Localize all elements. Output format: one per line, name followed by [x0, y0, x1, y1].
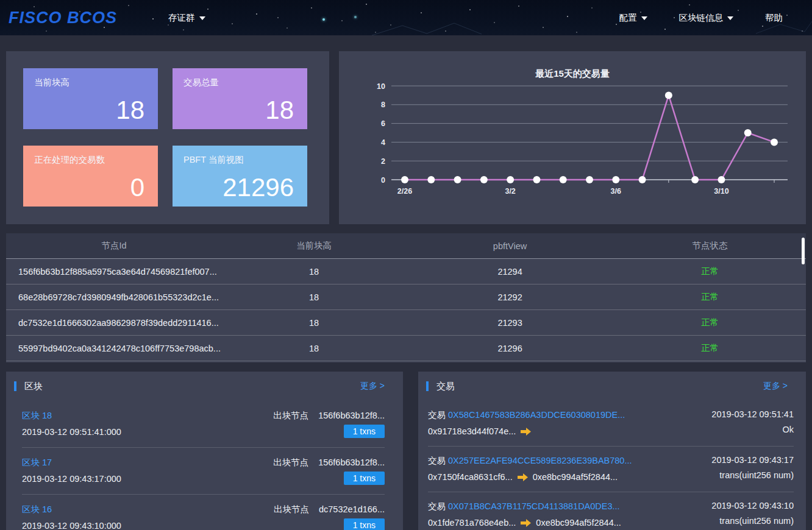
stats-panel: 当前块高 18 交易总量 18 正在处理的交易数 0 PBFT 当前视图 212… — [6, 51, 329, 224]
miner-node-id: 156f6b63b12f8... — [318, 411, 385, 420]
transaction-list-item: 交易 0X071B8CA37B1175CD4113881DA0DE3... 0x… — [428, 492, 794, 530]
transactions-more-link[interactable]: 更多 > — [763, 381, 788, 392]
txns-count-button[interactable]: 1 txns — [344, 472, 385, 485]
svg-text:2/26: 2/26 — [397, 187, 412, 196]
blocks-panel-title: 区块 — [24, 381, 43, 392]
stat-card-label: 交易总量 — [173, 68, 307, 88]
bright-star — [322, 18, 325, 21]
col-header-node-status: 节点状态 — [614, 240, 806, 252]
svg-text:3/10: 3/10 — [714, 187, 728, 196]
stat-card-value: 0 — [130, 175, 158, 207]
block-link[interactable]: 区块 17 — [22, 458, 52, 467]
fisco-bcos-logo[interactable]: FISCO BCOS — [9, 9, 100, 27]
col-header-node-id: 节点Id — [6, 240, 222, 252]
txns-count-button[interactable]: 1 txns — [344, 425, 385, 438]
table-row: 68e28b69728c7d3980949fb428061b55323d2c1e… — [6, 284, 806, 310]
svg-text:0: 0 — [381, 176, 385, 185]
svg-text:10: 10 — [377, 82, 385, 91]
node-status-cell: 正常 — [614, 266, 806, 277]
txns-count-button[interactable]: 1 txns — [344, 518, 385, 530]
config-menu[interactable]: 配置 — [619, 12, 647, 24]
table-row: 55997bd9402ca0a341242478c106ff7753e798ac… — [6, 336, 806, 361]
pbft-view-cell: 21294 — [406, 267, 614, 277]
tx-from-address: 0x91718e3d44f074e... — [428, 426, 516, 436]
tx-to-address: 0xe8bc994af5f2844... — [533, 472, 618, 482]
block-list-item: 区块 18 2019-03-12 09:51:41:000 出块节点156f6b… — [22, 401, 385, 448]
pbft-view-cell: 21293 — [406, 318, 614, 328]
node-status-cell: 正常 — [614, 342, 806, 354]
block-height-cell: 18 — [222, 344, 406, 353]
bright-star — [354, 16, 357, 18]
group-menu[interactable]: 存证群 — [168, 12, 205, 24]
node-id-cell: dc7532e1d1666302aa98629878f39dedd2911416… — [6, 318, 222, 328]
node-id-cell: 156f6b63b12f885a5975ca3e64d74569821fef00… — [6, 267, 222, 277]
transactions-panel-title: 交易 — [436, 381, 455, 392]
blocks-more-link[interactable]: 更多 > — [360, 381, 385, 392]
dashboard: 当前块高 18 交易总量 18 正在处理的交易数 0 PBFT 当前视图 212… — [0, 35, 812, 530]
chain-info-menu[interactable]: 区块链信息 — [679, 12, 734, 24]
col-header-block-height: 当前块高 — [222, 240, 406, 252]
table-row: dc7532e1d1666302aa98629878f39dedd2911416… — [6, 310, 806, 336]
chevron-down-icon — [199, 16, 205, 20]
tx-timestamp: 2019-03-12 09:43:17 — [711, 455, 794, 465]
tx-hash-link[interactable]: 0X071B8CA37B1175CD4113881DA0DE3... — [448, 501, 620, 511]
tx-hash-link[interactable]: 0X58C1467583B286A3DDCE60308019DE... — [448, 410, 625, 420]
tx-method: Ok — [711, 425, 794, 434]
chevron-down-icon — [641, 16, 647, 20]
pbft-view-cell: 21292 — [406, 292, 614, 302]
arrow-right-icon — [521, 428, 531, 436]
node-table-header: 节点Id 当前块高 pbftView 节点状态 — [6, 233, 806, 259]
node-id-cell: 68e28b69728c7d3980949fb428061b55323d2c1e… — [6, 292, 222, 302]
tx-label: 交易 — [428, 501, 446, 511]
help-link[interactable]: 帮助 — [765, 12, 783, 24]
blocks-panel-header: 区块 更多 > — [6, 372, 403, 401]
block-height-cell: 18 — [222, 267, 406, 277]
stat-card: PBFT 当前视图 21296 — [173, 146, 307, 207]
stat-card-label: 正在处理的交易数 — [23, 146, 158, 166]
tx-from-address: 0x7150f4ca8631cf6... — [428, 472, 513, 482]
chevron-down-icon — [727, 16, 733, 20]
node-table-body: 156f6b63b12f885a5975ca3e64d74569821fef00… — [6, 259, 806, 361]
table-row: 156f6b63b12f885a5975ca3e64d74569821fef00… — [6, 259, 806, 284]
stat-card-label: 当前块高 — [23, 68, 158, 88]
miner-node-id: 156f6b63b12f8... — [318, 458, 385, 467]
transactions-list: 交易 0X58C1467583B286A3DDCE60308019DE... 0… — [418, 401, 806, 530]
chain-info-menu-label: 区块链信息 — [679, 12, 724, 24]
block-timestamp: 2019-03-12 09:51:41:000 — [22, 427, 121, 437]
block-link[interactable]: 区块 16 — [22, 504, 52, 514]
miner-label: 出块节点 — [274, 504, 309, 514]
transactions-panel-header: 交易 更多 > — [418, 372, 806, 401]
pbft-view-cell: 21296 — [406, 344, 614, 353]
miner-node-id: dc7532e1d166... — [319, 504, 385, 514]
node-id-cell: 55997bd9402ca0a341242478c106ff7753e798ac… — [6, 344, 222, 353]
navbar: FISCO BCOS 存证群 配置 区块链信息 帮助 — [0, 0, 812, 35]
miner-label: 出块节点 — [273, 411, 308, 420]
stat-cards-grid: 当前块高 18 交易总量 18 正在处理的交易数 0 PBFT 当前视图 212… — [23, 68, 307, 207]
node-status-cell: 正常 — [614, 291, 806, 303]
node-status-cell: 正常 — [614, 317, 806, 328]
help-link-label: 帮助 — [765, 12, 783, 24]
starfield — [0, 0, 1, 1]
block-list-item: 区块 16 2019-03-12 09:43:10:000 出块节点dc7532… — [22, 495, 385, 530]
node-table: 节点Id 当前块高 pbftView 节点状态 156f6b63b12f885a… — [6, 233, 806, 362]
block-link[interactable]: 区块 18 — [22, 411, 52, 420]
stat-card-value: 18 — [265, 97, 307, 129]
blocks-panel: 区块 更多 > 区块 18 2019-03-12 09:51:41:000 出块… — [6, 372, 403, 530]
txn-chart-panel: 最近15天的交易量 02468102/263/23/63/10 — [339, 51, 806, 224]
tx-hash-link[interactable]: 0X257EE2AFE94CCE589E8236E39BAB780... — [448, 456, 632, 465]
tx-to-address: 0xe8bc994af5f2844... — [536, 518, 621, 528]
miner-label: 出块节点 — [273, 458, 308, 467]
tx-timestamp: 2019-03-12 09:51:41 — [711, 409, 794, 419]
group-menu-label: 存证群 — [168, 12, 195, 24]
block-timestamp: 2019-03-12 09:43:10:000 — [22, 521, 121, 530]
tx-method: trans(uint256 num) — [711, 470, 794, 480]
tx-label: 交易 — [428, 410, 446, 420]
arrow-right-icon — [518, 473, 528, 481]
block-list-item: 区块 17 2019-03-12 09:43:17:000 出块节点156f6b… — [22, 448, 385, 495]
svg-text:3/2: 3/2 — [505, 187, 515, 196]
arrow-right-icon — [521, 519, 531, 527]
transactions-panel: 交易 更多 > 交易 0X58C1467583B286A3DDCE6030801… — [418, 372, 806, 530]
block-height-cell: 18 — [222, 292, 406, 302]
svg-text:4: 4 — [381, 138, 385, 147]
scrollbar-thumb[interactable] — [802, 238, 805, 264]
